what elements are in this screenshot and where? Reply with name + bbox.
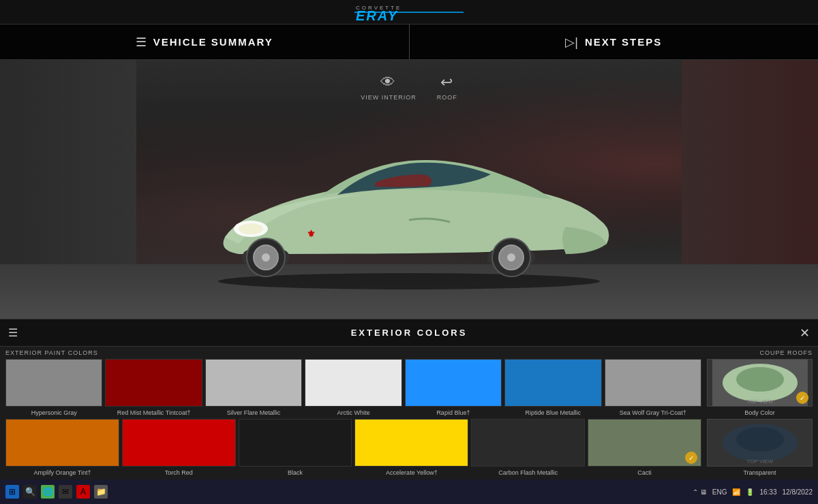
vehicle-summary-button[interactable]: ☰ VEHICLE SUMMARY <box>0 25 410 59</box>
search-icon[interactable]: 🔍 <box>23 485 37 499</box>
bottom-panel: ☰ EXTERIOR COLORS ✕ EXTERIOR PAINT COLOR… <box>0 319 818 504</box>
roof-selected-checkmark: ✓ <box>796 392 808 404</box>
color-name: Riptide Blue Metallic <box>504 407 601 419</box>
color-swatch <box>605 359 701 407</box>
taskbar-left: ⊞ 🔍 🌐 ✉ A 📁 <box>5 485 108 499</box>
roof-swatch: TOP VIEW <box>707 419 813 467</box>
folder-icon[interactable]: 📁 <box>94 485 108 499</box>
car-svg: ⚜ <box>170 101 648 292</box>
color-swatch <box>354 419 468 467</box>
panel-title-bar: ☰ EXTERIOR COLORS ✕ <box>0 319 818 347</box>
color-swatch <box>405 359 502 407</box>
nav-bar: ☰ VEHICLE SUMMARY ▷| NEXT STEPS <box>0 25 818 60</box>
vehicle-summary-label: VEHICLE SUMMARY <box>153 36 273 48</box>
color-swatch <box>471 419 585 467</box>
next-steps-button[interactable]: ▷| NEXT STEPS <box>410 25 819 59</box>
section-labels: EXTERIOR PAINT COLORS COUPE ROOFS <box>0 347 818 359</box>
color-cell[interactable]: Arctic White <box>305 359 402 419</box>
color-name: Rapid Blue† <box>405 407 502 419</box>
next-steps-label: NEXT STEPS <box>585 36 662 48</box>
color-cell[interactable]: Amplify Orange Tint† <box>5 419 119 479</box>
roof-colors: TOP VIEW ✓Body Color TOP VIEW Transparen… <box>707 359 813 479</box>
panel-title: EXTERIOR COLORS <box>351 328 468 338</box>
color-cell[interactable]: Torch Red <box>122 419 236 479</box>
color-name: Silver Flare Metallic <box>205 407 302 419</box>
view-controls: 👁 VIEW INTERIOR ↩ ROOF <box>361 74 457 101</box>
adobe-icon[interactable]: A <box>76 485 90 499</box>
color-swatch <box>5 419 119 467</box>
roof-label: ROOF <box>437 94 457 101</box>
color-name: Hypersonic Gray <box>5 407 102 419</box>
windows-icon[interactable]: ⊞ <box>5 485 19 499</box>
logo-bar: CORVETTE ERAY <box>0 0 818 25</box>
view-interior-button[interactable]: 👁 VIEW INTERIOR <box>361 74 416 101</box>
view-interior-label: VIEW INTERIOR <box>361 94 416 101</box>
taskbar-right: ⌃ 🖥 ENG 📶 🔋 16:33 12/8/2022 <box>693 488 813 496</box>
corvette-logo: CORVETTE ERAY <box>354 3 464 22</box>
color-swatch <box>305 359 402 407</box>
color-cell[interactable]: Silver Flare Metallic <box>205 359 302 419</box>
svg-text:TOP VIEW: TOP VIEW <box>746 398 773 405</box>
language-label: ENG <box>712 488 727 496</box>
car-image: ⚜ <box>170 101 648 292</box>
system-icons: ⌃ 🖥 <box>693 488 707 496</box>
wifi-icon: 📶 <box>732 488 740 496</box>
color-cell[interactable]: Red Mist Metallic Tintcoat† <box>105 359 202 419</box>
color-cell[interactable]: Accelerate Yellow† <box>354 419 468 479</box>
svg-point-11 <box>507 253 515 262</box>
battery-icon: 🔋 <box>746 488 754 496</box>
svg-text:TOP VIEW: TOP VIEW <box>746 458 773 464</box>
roof-name: Transparent <box>707 467 813 479</box>
svg-text:⚜: ⚜ <box>307 228 316 239</box>
color-swatch <box>122 419 236 467</box>
play-icon: ▷| <box>565 35 578 50</box>
color-cell[interactable]: Sea Wolf Gray Tri-Coat† <box>605 359 701 419</box>
svg-point-19 <box>736 427 784 452</box>
list-icon: ☰ <box>136 35 147 50</box>
browser-icon[interactable]: 🌐 <box>41 485 55 499</box>
color-name: Accelerate Yellow† <box>354 467 468 479</box>
color-cell[interactable]: Black <box>239 419 352 479</box>
color-row-2: Amplify Orange Tint†Torch RedBlackAccele… <box>5 419 701 479</box>
car-viewer: ⚜ 👁 VIEW INTERIOR ↩ ROOF <box>0 60 818 319</box>
color-name: Torch Red <box>122 467 236 479</box>
color-swatch <box>239 419 352 467</box>
color-name: Cacti <box>588 467 701 479</box>
exterior-colors: Hypersonic GrayRed Mist Metallic Tintcoa… <box>5 359 701 479</box>
color-cell[interactable]: Hypersonic Gray <box>5 359 102 419</box>
exterior-paint-label: EXTERIOR PAINT COLORS <box>5 349 98 356</box>
color-cell[interactable]: Rapid Blue† <box>405 359 502 419</box>
svg-point-5 <box>239 223 263 234</box>
taskbar: ⊞ 🔍 🌐 ✉ A 📁 ⌃ 🖥 ENG 📶 🔋 16:33 12/8/2022 <box>0 479 818 504</box>
color-swatch <box>205 359 302 407</box>
color-swatch <box>105 359 202 407</box>
coupe-roofs-label: COUPE ROOFS <box>759 349 813 356</box>
color-cell[interactable]: Carbon Flash Metallic <box>471 419 585 479</box>
color-cell[interactable]: Riptide Blue Metallic <box>504 359 601 419</box>
color-name: Carbon Flash Metallic <box>471 467 585 479</box>
panel-close-button[interactable]: ✕ <box>800 326 810 341</box>
svg-text:ERAY: ERAY <box>356 8 398 22</box>
svg-point-3 <box>218 273 600 289</box>
color-name: Sea Wolf Gray Tri-Coat† <box>605 407 701 419</box>
time-label: 16:33 <box>759 488 776 496</box>
color-name: Arctic White <box>305 407 402 419</box>
colors-area: Hypersonic GrayRed Mist Metallic Tintcoa… <box>0 359 818 479</box>
eray-logo-svg: CORVETTE ERAY <box>354 3 464 22</box>
roof-icon: ↩ <box>440 74 453 91</box>
color-swatch <box>504 359 601 407</box>
mail-icon[interactable]: ✉ <box>59 485 72 499</box>
eye-icon: 👁 <box>380 74 396 91</box>
color-cell[interactable]: ✓Cacti <box>588 419 701 479</box>
panel-menu-icon[interactable]: ☰ <box>8 326 18 339</box>
date-label: 12/8/2022 <box>783 488 813 496</box>
svg-point-15 <box>736 367 784 392</box>
svg-point-8 <box>262 253 270 262</box>
roof-button[interactable]: ↩ ROOF <box>437 74 457 101</box>
color-row-1: Hypersonic GrayRed Mist Metallic Tintcoa… <box>5 359 701 419</box>
color-swatch <box>5 359 102 407</box>
roof-cell[interactable]: TOP VIEW ✓Body Color <box>707 359 813 419</box>
color-name: Red Mist Metallic Tintcoat† <box>105 407 202 419</box>
color-swatch <box>588 419 701 467</box>
roof-cell[interactable]: TOP VIEW Transparent <box>707 419 813 479</box>
